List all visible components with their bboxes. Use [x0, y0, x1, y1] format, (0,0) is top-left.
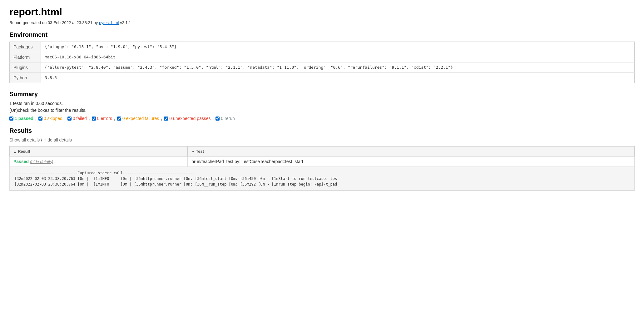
- env-value: 3.8.5: [41, 73, 635, 83]
- environment-heading: Environment: [9, 31, 635, 38]
- result-cell: Passed (hide details): [10, 157, 188, 167]
- sort-icon: ▼: [191, 150, 195, 153]
- env-row: PlatformmacOS-10.16-x86_64-i386-64bit: [10, 52, 635, 62]
- result-passed: Passed: [13, 159, 29, 164]
- filter-failed-label[interactable]: 0 failed: [67, 116, 87, 121]
- filter-xfailed-count: 0 expected failures: [122, 116, 159, 121]
- env-row: Packages{"pluggy": "0.13.1", "py": "1.9.…: [10, 42, 635, 52]
- filter-comma: ,: [114, 116, 115, 121]
- filter-passed-label[interactable]: 1 passed: [9, 116, 33, 121]
- report-meta: Report generated on 03-Feb-2022 at 23:38…: [9, 20, 635, 25]
- col-result[interactable]: ▲Result: [10, 147, 188, 157]
- summary-section: 1 tests ran in 0.60 seconds. (Un)check t…: [9, 101, 635, 121]
- show-all-details-link[interactable]: Show all details: [9, 137, 40, 142]
- summary-heading: Summary: [9, 91, 635, 98]
- env-label: Platform: [10, 52, 41, 62]
- env-value: macOS-10.16-x86_64-i386-64bit: [41, 52, 635, 62]
- filter-xfailed-label[interactable]: 0 expected failures: [117, 116, 159, 121]
- test-name-cell: hrun/teacherPad_test.py::TestCaseTeacher…: [188, 157, 635, 167]
- filter-rerun-label[interactable]: 0 rerun: [215, 116, 235, 121]
- filter-hint-text: (Un)check the boxes to filter the result…: [9, 108, 635, 113]
- filter-xpassed-label[interactable]: 0 unexpected passes: [164, 116, 211, 121]
- page-title: report.html: [9, 6, 635, 18]
- filter-skipped-checkbox[interactable]: [38, 117, 42, 121]
- results-table: ▲Result▼Test Passed (hide details)hrun/t…: [9, 146, 635, 191]
- env-label: Plugins: [10, 62, 41, 73]
- filter-comma: ,: [161, 116, 162, 121]
- filter-errors-checkbox[interactable]: [92, 117, 96, 121]
- env-label: Packages: [10, 42, 41, 52]
- filter-xfailed-checkbox[interactable]: [117, 117, 121, 121]
- log-output-cell: ----------------------------Captured std…: [10, 167, 635, 191]
- pytest-html-link[interactable]: pytest-html: [99, 20, 119, 25]
- results-heading: Results: [9, 127, 635, 134]
- hide-details-link[interactable]: (hide details): [30, 159, 53, 164]
- filter-comma: ,: [89, 116, 90, 121]
- filter-failed-count: 0 failed: [73, 116, 87, 121]
- filter-errors-count: 0 errors: [97, 116, 112, 121]
- filter-passed-count: 1 passed: [15, 116, 33, 121]
- env-row: Python3.8.5: [10, 73, 635, 83]
- details-links: Show all details / Hide all details: [9, 137, 635, 142]
- filter-rerun-count: 0 rerun: [221, 116, 235, 121]
- hide-all-details-link[interactable]: Hide all details: [43, 137, 72, 142]
- tests-ran-text: 1 tests ran in 0.60 seconds.: [9, 101, 635, 106]
- table-row: Passed (hide details)hrun/teacherPad_tes…: [10, 157, 635, 167]
- filter-xpassed-count: 0 unexpected passes: [169, 116, 211, 121]
- details-separator: /: [41, 137, 43, 142]
- filter-comma: ,: [213, 116, 214, 121]
- filter-rerun-checkbox[interactable]: [215, 117, 220, 121]
- filter-passed-checkbox[interactable]: [9, 117, 13, 121]
- filter-comma: ,: [35, 116, 37, 121]
- environment-table: Packages{"pluggy": "0.13.1", "py": "1.9.…: [9, 42, 635, 83]
- filter-errors-label[interactable]: 0 errors: [92, 116, 112, 121]
- filter-failed-checkbox[interactable]: [67, 117, 72, 121]
- filter-skipped-count: 0 skipped: [44, 116, 62, 121]
- env-label: Python: [10, 73, 41, 83]
- filter-skipped-label[interactable]: 0 skipped: [38, 116, 62, 121]
- sort-icon: ▲: [13, 150, 17, 153]
- log-output: ----------------------------Captured std…: [10, 167, 634, 191]
- filter-xpassed-checkbox[interactable]: [164, 117, 168, 121]
- log-row: ----------------------------Captured std…: [10, 167, 635, 191]
- filter-comma: ,: [64, 116, 66, 121]
- env-value: {"allure-pytest": "2.8.40", "assume": "2…: [41, 62, 635, 73]
- env-row: Plugins{"allure-pytest": "2.8.40", "assu…: [10, 62, 635, 73]
- env-value: {"pluggy": "0.13.1", "py": "1.9.0", "pyt…: [41, 42, 635, 52]
- results-section: Show all details / Hide all details ▲Res…: [9, 137, 635, 191]
- filter-checkboxes: 1 passed, 0 skipped, 0 failed, 0 errors,…: [9, 116, 635, 121]
- col-test[interactable]: ▼Test: [188, 147, 635, 157]
